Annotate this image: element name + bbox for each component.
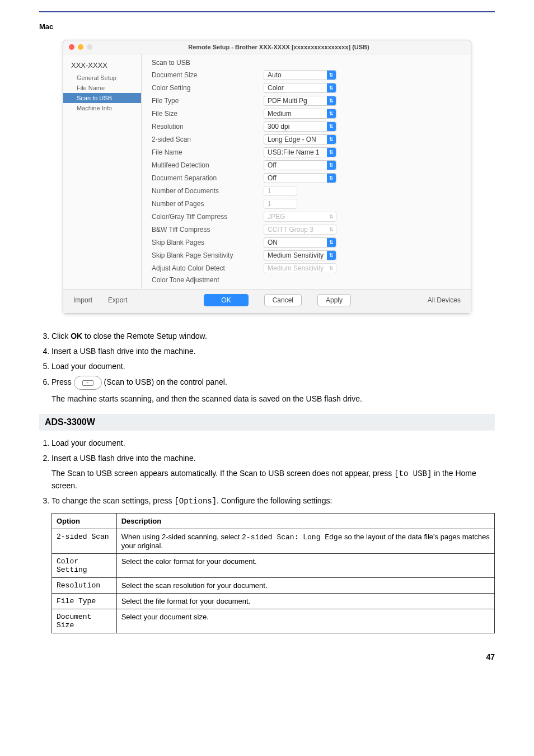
setting-input: 1: [264, 186, 297, 196]
setting-row: Color SettingColor⇅: [152, 83, 461, 93]
chevron-updown-icon: ⇅: [327, 122, 336, 131]
model-header: ADS-3300W: [39, 414, 495, 431]
setting-label: File Name: [152, 148, 264, 156]
step-5: Load your document.: [51, 361, 495, 372]
chevron-updown-icon: ⇅: [327, 161, 336, 170]
chevron-updown-icon: ⇅: [327, 148, 336, 157]
setting-select[interactable]: 300 dpi⇅: [264, 122, 336, 132]
setting-select[interactable]: Auto⇅: [264, 70, 336, 80]
step-6-note: The machine starts scanning, and then th…: [51, 393, 495, 405]
setting-row: Resolution300 dpi⇅: [152, 122, 461, 132]
setting-row: 2-sided ScanLong Edge - ON⇅: [152, 134, 461, 144]
step-b1: Load your document.: [51, 437, 495, 449]
setting-row: File SizeMedium⇅: [152, 109, 461, 119]
chevron-updown-icon: ⇅: [327, 251, 336, 260]
setting-label: Color Tone Adjustment: [152, 276, 264, 284]
option-name: File Type: [52, 594, 117, 609]
setting-row: File TypePDF Multi Pg⇅: [152, 96, 461, 106]
setting-label: Skip Blank Pages: [152, 239, 264, 246]
setting-label: Multifeed Detection: [152, 161, 264, 169]
table-row: Color SettingSelect the color format for…: [52, 554, 495, 578]
setting-row: B&W Tiff CompressCCITT Group 3⇅: [152, 225, 461, 235]
step-6: Press (Scan to USB) on the control panel…: [51, 376, 495, 405]
chevron-updown-icon: ⇅: [327, 109, 336, 118]
sidebar-root[interactable]: XXX-XXXX: [63, 59, 141, 73]
setting-label: Number of Documents: [152, 187, 264, 195]
sidebar-item-scan-to-usb[interactable]: Scan to USB: [63, 93, 141, 103]
close-icon[interactable]: [69, 44, 74, 50]
option-name: 2-sided Scan: [52, 529, 117, 554]
setting-label: Color/Gray Tiff Compress: [152, 213, 264, 221]
ok-button[interactable]: OK: [204, 294, 248, 306]
setting-select[interactable]: Off⇅: [264, 160, 336, 170]
chevron-updown-icon: ⇅: [327, 264, 336, 273]
steps-list-a: Click OK to close the Remote Setup windo…: [39, 330, 495, 405]
sidebar-item-general-setup[interactable]: General Setup: [63, 73, 141, 83]
setting-row: Adjust Auto Color DetectMedium Sensitivi…: [152, 263, 461, 273]
setting-row: File NameUSB:File Name 1⇅: [152, 147, 461, 157]
scan-icon: [82, 380, 93, 386]
steps-list-b: Load your document. Insert a USB flash d…: [39, 437, 495, 507]
chevron-updown-icon: ⇅: [327, 238, 336, 247]
step-b3: To change the scan settings, press [Opti…: [51, 495, 495, 507]
setting-row: Skip Blank Page SensitivityMedium Sensit…: [152, 250, 461, 260]
setting-label: Skip Blank Page Sensitivity: [152, 251, 264, 259]
apply-button[interactable]: Apply: [317, 294, 351, 306]
sidebar-item-file-name[interactable]: File Name: [63, 83, 141, 93]
setting-row: Number of Documents1: [152, 186, 461, 196]
scan-to-usb-button-icon: [74, 376, 102, 390]
step-b2: Insert a USB flash drive into the machin…: [51, 452, 495, 492]
table-row: File TypeSelect the file format for your…: [52, 594, 495, 609]
option-description: Select the file format for your document…: [116, 594, 494, 609]
setting-select[interactable]: USB:File Name 1⇅: [264, 147, 336, 157]
setting-label: File Type: [152, 97, 264, 105]
options-table: Option Description 2-sided ScanWhen usin…: [51, 513, 495, 633]
table-row: 2-sided ScanWhen using 2-sided scanning,…: [52, 529, 495, 554]
import-button[interactable]: Import: [73, 296, 92, 304]
step-b2-note: The Scan to USB screen appears automatic…: [51, 468, 495, 492]
step-4: Insert a USB flash drive into the machin…: [51, 346, 495, 357]
setting-select[interactable]: Color⇅: [264, 83, 336, 93]
chevron-updown-icon: ⇅: [327, 135, 336, 144]
option-description: Select the color format for your documen…: [116, 554, 494, 578]
setting-select: JPEG⇅: [264, 212, 336, 222]
setting-label: Adjust Auto Color Detect: [152, 264, 264, 272]
setting-label: B&W Tiff Compress: [152, 226, 264, 234]
option-description: Select the scan resolution for your docu…: [116, 578, 494, 594]
setting-label: Document Size: [152, 71, 264, 79]
minimize-icon[interactable]: [78, 44, 83, 50]
setting-select[interactable]: PDF Multi Pg⇅: [264, 96, 336, 106]
chevron-updown-icon: ⇅: [327, 212, 336, 221]
options-header-option: Option: [52, 514, 117, 529]
sidebar: XXX-XXXX General Setup File Name Scan to…: [63, 54, 142, 289]
setting-select: Medium Sensitivity⇅: [264, 263, 336, 273]
setting-label: File Size: [152, 110, 264, 118]
option-description: Select your document size.: [116, 609, 494, 633]
setting-row: Multifeed DetectionOff⇅: [152, 160, 461, 170]
chevron-updown-icon: ⇅: [327, 71, 336, 80]
setting-input: 1: [264, 199, 297, 209]
setting-label: Color Setting: [152, 84, 264, 92]
cancel-button[interactable]: Cancel: [264, 294, 302, 306]
setting-row: Color/Gray Tiff CompressJPEG⇅: [152, 212, 461, 222]
setting-label: Number of Pages: [152, 200, 264, 208]
options-header-description: Description: [116, 514, 494, 529]
all-devices-button[interactable]: All Devices: [428, 296, 461, 304]
export-button[interactable]: Export: [108, 296, 128, 304]
remote-setup-window: Remote Setup - Brother XXX-XXXX [xxxxxxx…: [63, 40, 471, 314]
sidebar-item-machine-info[interactable]: Machine Info: [63, 103, 141, 113]
setting-row: Document SeparationOff⇅: [152, 173, 461, 183]
setting-select[interactable]: ON⇅: [264, 237, 336, 248]
zoom-icon: [87, 44, 92, 50]
setting-select[interactable]: Long Edge - ON⇅: [264, 134, 336, 144]
setting-select[interactable]: Off⇅: [264, 173, 336, 183]
option-name: Resolution: [52, 578, 117, 594]
chevron-updown-icon: ⇅: [327, 225, 336, 234]
mac-heading: Mac: [39, 22, 495, 31]
chevron-updown-icon: ⇅: [327, 174, 336, 183]
setting-select[interactable]: Medium⇅: [264, 109, 336, 119]
setting-row: Skip Blank PagesON⇅: [152, 237, 461, 248]
setting-label: 2-sided Scan: [152, 136, 264, 143]
step-3: Click OK to close the Remote Setup windo…: [51, 330, 495, 342]
setting-select[interactable]: Medium Sensitivity⇅: [264, 250, 336, 260]
